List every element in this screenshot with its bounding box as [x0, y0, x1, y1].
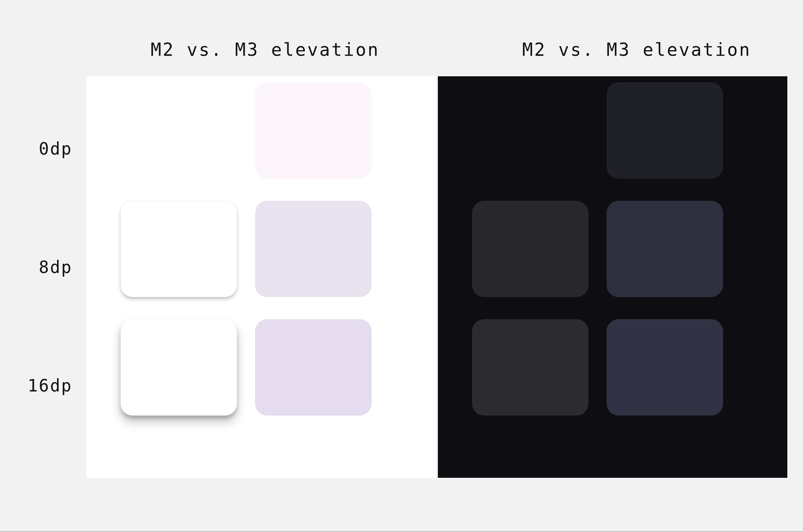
swatch-light-m2-16dp: [121, 319, 237, 416]
heading-light-line1: M2 vs. M3 elevation: [151, 39, 380, 60]
swatch-dark-m2-16dp: [472, 319, 588, 416]
row-label-16dp: 16dp: [20, 376, 72, 395]
swatch-light-m2-8dp: [121, 201, 237, 297]
swatch-dark-m2-8dp: [472, 201, 588, 297]
swatch-dark-m2-0dp: [472, 82, 588, 179]
row-label-0dp: 0dp: [20, 139, 72, 159]
swatch-light-m3-8dp: [255, 201, 372, 297]
panel-dark: [438, 76, 787, 478]
swatch-light-m2-0dp: [121, 82, 237, 179]
panel-light: [86, 76, 436, 478]
heading-dark-line1: M2 vs. M3 elevation: [522, 39, 751, 60]
row-label-8dp: 8dp: [20, 257, 72, 277]
swatch-dark-m3-8dp: [607, 201, 723, 297]
swatch-light-m3-0dp: [255, 82, 372, 179]
swatch-light-m3-16dp: [255, 319, 372, 416]
swatch-dark-m3-16dp: [607, 319, 723, 416]
diagram: M2 vs. M3 elevation (light theme) M2 vs.…: [0, 0, 803, 532]
swatch-dark-m3-0dp: [607, 82, 723, 179]
